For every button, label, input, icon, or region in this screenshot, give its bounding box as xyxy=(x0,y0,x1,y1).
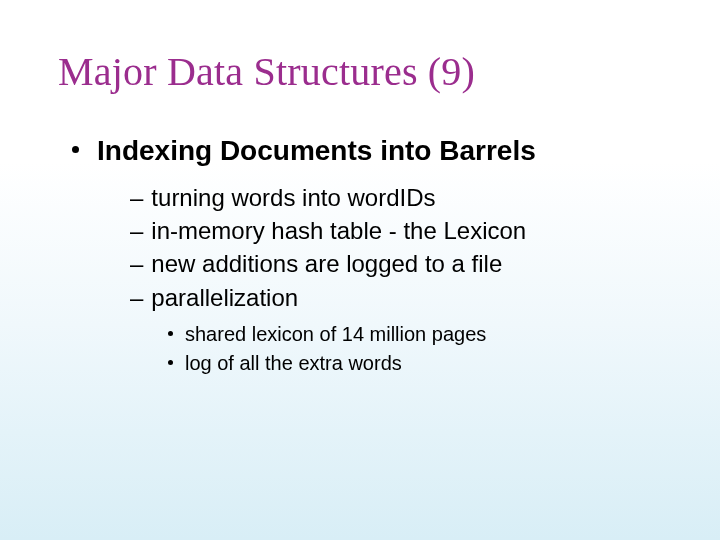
bullet-level-1: Indexing Documents into Barrels xyxy=(58,133,670,168)
slide-title: Major Data Structures (9) xyxy=(58,48,670,95)
dash-icon: – xyxy=(130,182,143,213)
slide: Major Data Structures (9) Indexing Docum… xyxy=(0,0,720,377)
dash-icon: – xyxy=(130,282,143,313)
bullet-l2-text: parallelization xyxy=(151,282,298,313)
bullet-l2-text: new additions are logged to a file xyxy=(151,248,502,279)
bullet-dot-icon xyxy=(168,331,173,336)
bullet-level-2: – new additions are logged to a file xyxy=(58,248,670,279)
dash-icon: – xyxy=(130,248,143,279)
bullet-dot-icon xyxy=(72,146,79,153)
bullet-l3-text: shared lexicon of 14 million pages xyxy=(185,321,486,348)
bullet-dot-icon xyxy=(168,360,173,365)
sub-bullet-group: shared lexicon of 14 million pages log o… xyxy=(58,321,670,377)
bullet-l3-text: log of all the extra words xyxy=(185,350,402,377)
bullet-level-2: – turning words into wordIDs xyxy=(58,182,670,213)
bullet-level-2: – in-memory hash table - the Lexicon xyxy=(58,215,670,246)
bullet-level-2: – parallelization xyxy=(58,282,670,313)
bullet-l2-text: turning words into wordIDs xyxy=(151,182,435,213)
bullet-level-3: shared lexicon of 14 million pages xyxy=(58,321,670,348)
bullet-l1-text: Indexing Documents into Barrels xyxy=(97,133,536,168)
bullet-l2-text: in-memory hash table - the Lexicon xyxy=(151,215,526,246)
dash-icon: – xyxy=(130,215,143,246)
bullet-level-3: log of all the extra words xyxy=(58,350,670,377)
